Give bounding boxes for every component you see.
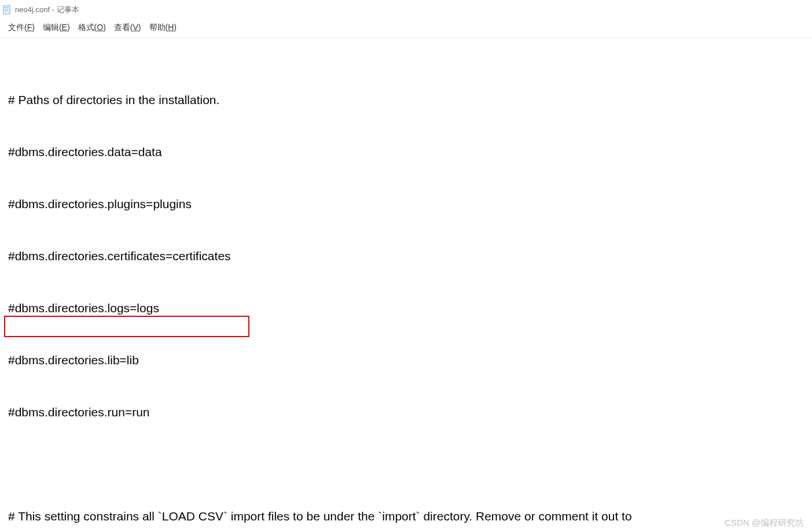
menu-bar: 文件(F) 编辑(E) 格式(O) 查看(V) 帮助(H): [0, 19, 812, 38]
svg-rect-0: [3, 6, 10, 14]
menu-format[interactable]: 格式(O): [78, 23, 106, 33]
window-title: neo4j.conf - 记事本: [15, 5, 79, 15]
menu-help[interactable]: 帮助(H): [149, 23, 177, 33]
title-bar: neo4j.conf - 记事本: [0, 0, 812, 19]
highlight-box: [4, 316, 249, 337]
text-line: # Paths of directories in the installati…: [8, 91, 804, 109]
menu-edit[interactable]: 编辑(E): [43, 23, 70, 33]
text-line: #dbms.directories.run=run: [8, 404, 804, 421]
watermark: CSDN @编程研究坊: [725, 518, 804, 529]
notepad-icon: [2, 5, 12, 14]
text-line: #dbms.directories.lib=lib: [8, 352, 804, 369]
text-area[interactable]: # Paths of directories in the installati…: [0, 38, 812, 532]
menu-view[interactable]: 查看(V): [114, 23, 141, 33]
menu-file[interactable]: 文件(F): [8, 23, 35, 33]
text-line: # This setting constrains all `LOAD CSV`…: [8, 508, 804, 525]
text-line: [8, 456, 804, 473]
text-line: #dbms.directories.certificates=certifica…: [8, 247, 804, 265]
text-line: #dbms.directories.data=data: [8, 143, 804, 161]
text-line: #dbms.directories.plugins=plugins: [8, 195, 804, 213]
text-line: #dbms.directories.logs=logs: [8, 300, 804, 317]
